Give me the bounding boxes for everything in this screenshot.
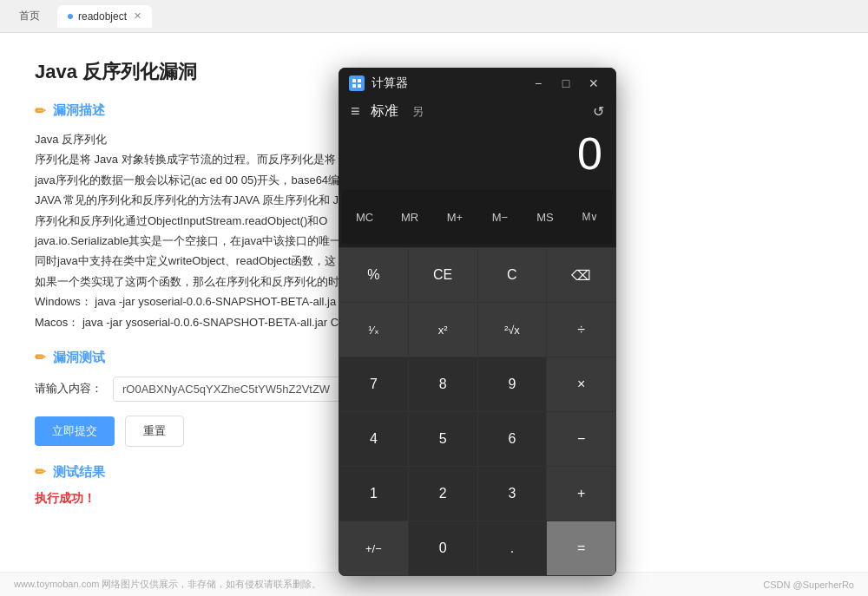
result-icon: ✏ <box>35 464 46 480</box>
calc-8-button[interactable]: 8 <box>409 357 477 411</box>
calc-negate-button[interactable]: +/− <box>339 521 408 575</box>
calc-minus-button[interactable]: − <box>547 412 615 466</box>
calc-titlebar: 计算器 − □ ✕ <box>339 68 616 99</box>
calc-header: ≡ 标准 另 ↺ <box>339 99 616 128</box>
calc-dot-button[interactable]: . <box>478 521 547 575</box>
calc-2-button[interactable]: 2 <box>409 467 477 521</box>
calc-multiply-button[interactable]: × <box>547 357 615 411</box>
tab-readobject[interactable]: readobject ✕ <box>57 5 152 28</box>
calc-5-button[interactable]: 5 <box>409 412 477 466</box>
footer-left: www.toymoban.com 网络图片仅供展示，非存储，如有侵权请联系删除。 <box>14 578 321 591</box>
calc-minimize-button[interactable]: − <box>526 71 550 95</box>
calc-close-button[interactable]: ✕ <box>582 71 606 95</box>
calc-backspace-button[interactable]: ⌫ <box>547 248 615 302</box>
reset-button[interactable]: 重置 <box>125 416 184 447</box>
submit-button[interactable]: 立即提交 <box>35 416 115 446</box>
browser-chrome: 首页 readobject ✕ <box>0 0 868 33</box>
calc-9-button[interactable]: 9 <box>478 357 547 411</box>
calc-mv-button[interactable]: M∨ <box>568 190 613 244</box>
calc-maximize-button[interactable]: □ <box>554 71 578 95</box>
calc-4-button[interactable]: 4 <box>339 412 408 466</box>
tab-close-icon[interactable]: ✕ <box>134 10 141 22</box>
calc-display: 0 <box>339 128 616 188</box>
calc-memory-row: MC MR M+ M− MS M∨ <box>339 188 616 247</box>
calc-3-button[interactable]: 3 <box>478 467 547 521</box>
calculator-window: 计算器 − □ ✕ ≡ 标准 另 ↺ 0 MC MR M+ M− MS M∨ <box>339 68 616 576</box>
calc-square-button[interactable]: x² <box>409 303 477 357</box>
calc-app-icon <box>349 75 365 91</box>
calc-sqrt-button[interactable]: ²√x <box>478 303 547 357</box>
svg-rect-1 <box>358 79 361 82</box>
calc-history-icon[interactable]: ↺ <box>593 103 604 120</box>
calc-title: 计算器 <box>372 75 408 91</box>
tab-home[interactable]: 首页 <box>9 3 50 29</box>
calc-mc-button[interactable]: MC <box>342 190 387 244</box>
tab-home-label: 首页 <box>19 9 40 23</box>
result-section-label: 测试结果 <box>53 464 105 481</box>
tab-active-dot <box>68 14 73 19</box>
calc-1-button[interactable]: 1 <box>339 467 408 521</box>
calc-mode-label: 标准 <box>371 102 398 121</box>
calc-mr-button[interactable]: MR <box>387 190 432 244</box>
vuln-section-label: 漏洞描述 <box>53 102 105 119</box>
calc-equals-button[interactable]: = <box>547 521 615 575</box>
calc-titlebar-left: 计算器 <box>349 75 408 91</box>
calc-percent-button[interactable]: % <box>339 248 408 302</box>
svg-rect-3 <box>358 84 361 88</box>
calc-0-button[interactable]: 0 <box>409 521 477 575</box>
calc-buttons-grid: % CE C ⌫ ¹⁄ₓ x² ²√x ÷ 7 8 9 × 4 5 6 − 1 … <box>339 247 616 576</box>
svg-rect-0 <box>352 79 356 82</box>
calc-ms-button[interactable]: MS <box>523 190 568 244</box>
calc-reciprocal-button[interactable]: ¹⁄ₓ <box>339 303 408 357</box>
calc-mode-icon: 另 <box>412 104 424 120</box>
calc-7-button[interactable]: 7 <box>339 357 408 411</box>
test-section-label: 漏洞测试 <box>53 350 105 366</box>
calc-c-button[interactable]: C <box>478 248 547 302</box>
calc-titlebar-controls: − □ ✕ <box>526 71 606 95</box>
tab-readobject-label: readobject <box>78 10 127 23</box>
input-label: 请输入内容： <box>35 381 102 396</box>
calc-ce-button[interactable]: CE <box>409 248 477 302</box>
calc-plus-button[interactable]: + <box>547 467 615 521</box>
calc-6-button[interactable]: 6 <box>478 412 547 466</box>
vuln-icon: ✏ <box>35 103 46 119</box>
main-content: Java 反序列化漏洞 ✏ 漏洞描述 Java 反序列化 序列化是将 Java … <box>0 33 868 596</box>
calc-menu-icon[interactable]: ≡ <box>351 102 360 121</box>
calc-mminus-button[interactable]: M− <box>477 190 523 244</box>
calc-divide-button[interactable]: ÷ <box>547 303 615 357</box>
test-icon: ✏ <box>35 350 46 365</box>
footer-right: CSDN @SuperherRo <box>763 580 854 590</box>
svg-rect-2 <box>352 84 356 88</box>
calc-mplus-button[interactable]: M+ <box>432 190 477 244</box>
